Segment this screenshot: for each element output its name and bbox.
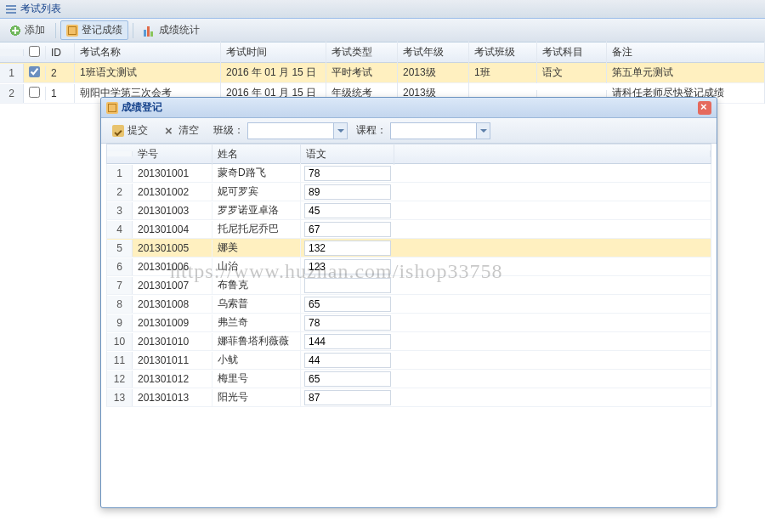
cell-student-name: 蒙奇D路飞 [212,163,301,183]
row-checkbox-cell[interactable] [24,87,46,100]
toolbar-separator [55,23,56,38]
score-input[interactable] [304,222,391,237]
register-score-button[interactable]: 登记成绩 [60,20,128,40]
table-row[interactable]: 8201301008乌索普 [106,295,711,314]
table-row[interactable]: 1201301001蒙奇D路飞 [106,164,711,183]
score-input[interactable] [304,241,391,256]
col-type[interactable]: 考试类型 [326,42,398,63]
col-student-name[interactable]: 姓名 [212,144,301,165]
score-grid: 学号 姓名 语文 1201301001蒙奇D路飞2201301002妮可罗宾32… [101,144,717,507]
cell-score [301,183,394,201]
table-row[interactable]: 9201301009弗兰奇 [106,314,711,332]
row-number: 11 [107,352,133,369]
close-button[interactable] [698,101,711,115]
table-row[interactable]: 7201301007布鲁克 [106,276,711,295]
cell-student-id: 201301008 [133,296,212,313]
row-checkbox-cell[interactable] [24,66,46,80]
cell-subject: 语文 [537,62,607,83]
row-checkbox[interactable] [29,66,40,77]
score-input[interactable] [304,353,391,368]
chevron-down-icon[interactable] [476,123,490,139]
dialog-header[interactable]: 成绩登记 [101,98,717,118]
table-row[interactable]: 3201301003罗罗诺亚卓洛 [106,201,711,220]
col-grade[interactable]: 考试年级 [398,42,469,63]
cell-student-name: 托尼托尼乔巴 [212,219,301,239]
course-combo[interactable] [390,122,490,139]
stats-button-label: 成绩统计 [159,23,200,37]
class-input[interactable] [248,123,333,139]
score-input[interactable] [304,184,391,200]
score-input[interactable] [304,203,391,218]
cell-score [301,239,394,258]
course-label: 课程： [356,123,387,138]
col-subject[interactable]: 考试科目 [537,42,607,63]
bar-chart-icon [144,25,156,37]
cell-student-id: 201301001 [133,165,212,182]
table-row[interactable]: 121班语文测试2016 年 01 月 15 日平时考试2013级1班语文第五单… [0,63,765,83]
register-icon [106,102,118,114]
submit-button[interactable]: 提交 [106,121,154,140]
score-input[interactable] [304,259,391,274]
exam-grid-header: ID 考试名称 考试时间 考试类型 考试年级 考试班级 考试科目 备注 [0,42,765,63]
cell-student-id: 201301011 [133,352,212,369]
col-time[interactable]: 考试时间 [221,42,326,63]
col-name[interactable]: 考试名称 [75,42,221,63]
cell-student-id: 201301003 [133,202,212,219]
score-input[interactable] [304,166,391,181]
score-input[interactable] [304,334,391,349]
table-row[interactable]: 13201301013阳光号 [106,388,711,407]
class-combo[interactable] [247,122,348,139]
col-class[interactable]: 考试班级 [469,42,537,63]
cell-student-name: 娜菲鲁塔利薇薇 [212,331,301,351]
col-id[interactable]: ID [46,43,75,62]
col-score[interactable]: 语文 [301,144,394,165]
row-checkbox[interactable] [29,87,40,98]
check-all-checkbox[interactable] [29,46,40,57]
register-button-label: 登记成绩 [82,23,122,37]
rownum-header [107,151,133,156]
dialog-title: 成绩登记 [106,100,162,115]
cell-time: 2016 年 01 月 15 日 [221,62,326,83]
table-row[interactable]: 6201301006山治 [106,258,711,276]
list-icon [5,3,17,15]
svg-rect-0 [6,5,16,7]
row-number: 5 [107,240,133,257]
row-number: 1 [0,64,24,82]
table-row[interactable]: 10201301010娜菲鲁塔利薇薇 [106,332,711,351]
row-number: 7 [107,277,133,294]
cell-note: 第五单元测试 [607,62,765,83]
clear-button[interactable]: 清空 [157,121,205,140]
col-note[interactable]: 备注 [607,42,765,63]
score-input[interactable] [304,297,391,312]
toolbar-separator [133,23,133,38]
row-number: 2 [0,84,24,103]
cell-student-id: 201301002 [133,184,212,201]
check-all-header[interactable] [24,46,46,59]
score-input[interactable] [304,390,391,405]
table-row[interactable]: 11201301011小鱿 [106,351,711,370]
cell-student-id: 201301005 [133,240,212,257]
score-grid-header: 学号 姓名 语文 [106,144,711,164]
table-row[interactable]: 4201301004托尼托尼乔巴 [106,220,711,239]
cell-class [469,90,537,97]
cell-score [301,164,394,183]
table-row[interactable]: 2201301002妮可罗宾 [106,183,711,201]
score-input[interactable] [304,315,391,331]
chevron-down-icon[interactable] [333,123,347,139]
add-button[interactable]: 添加 [3,20,51,40]
score-input[interactable] [304,278,391,293]
plus-icon [9,25,21,37]
stats-button[interactable]: 成绩统计 [138,20,206,40]
col-student-id[interactable]: 学号 [133,144,212,165]
row-number: 9 [107,314,133,331]
cell-score [301,332,394,351]
cell-type: 平时考试 [326,62,398,83]
cell-subject [537,90,607,97]
table-row[interactable]: 12201301012梅里号 [106,370,711,388]
score-input[interactable] [304,371,391,387]
cell-id: 1 [46,84,75,103]
course-input[interactable] [391,123,476,139]
table-row[interactable]: 5201301005娜美 [106,239,711,258]
cell-student-name: 小鱿 [212,350,301,370]
cell-student-id: 201301004 [133,221,212,238]
